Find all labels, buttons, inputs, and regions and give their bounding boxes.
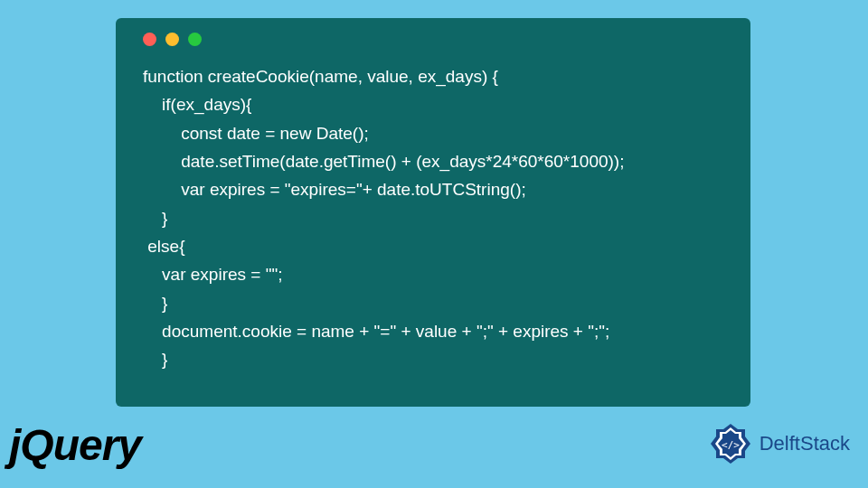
code-content: function createCookie(name, value, ex_da… [143,62,731,374]
code-window: function createCookie(name, value, ex_da… [116,18,750,407]
code-line: } [143,350,167,369]
code-line: } [143,294,167,313]
jquery-logo: jQuery [9,420,141,470]
code-line: var expires = ""; [143,265,282,284]
code-line: else{ [143,237,184,256]
minimize-dot-icon [165,33,179,46]
code-line: function createCookie(name, value, ex_da… [143,67,498,86]
delftstack-text: DelftStack [760,432,850,455]
svg-text:</>: </> [722,439,740,451]
code-line: var expires = "expires="+ date.toUTCStri… [143,180,526,199]
code-line: const date = new Date(); [143,124,369,143]
delftstack-logo: </> DelftStack [709,422,850,465]
code-line: } [143,209,167,228]
window-controls [143,33,731,46]
code-line: document.cookie = name + "=" + value + "… [143,322,609,341]
delftstack-badge-icon: </> [709,422,752,465]
close-dot-icon [143,33,156,46]
maximize-dot-icon [188,33,202,46]
code-line: if(ex_days){ [143,95,251,114]
code-line: date.setTime(date.getTime() + (ex_days*2… [143,152,624,171]
